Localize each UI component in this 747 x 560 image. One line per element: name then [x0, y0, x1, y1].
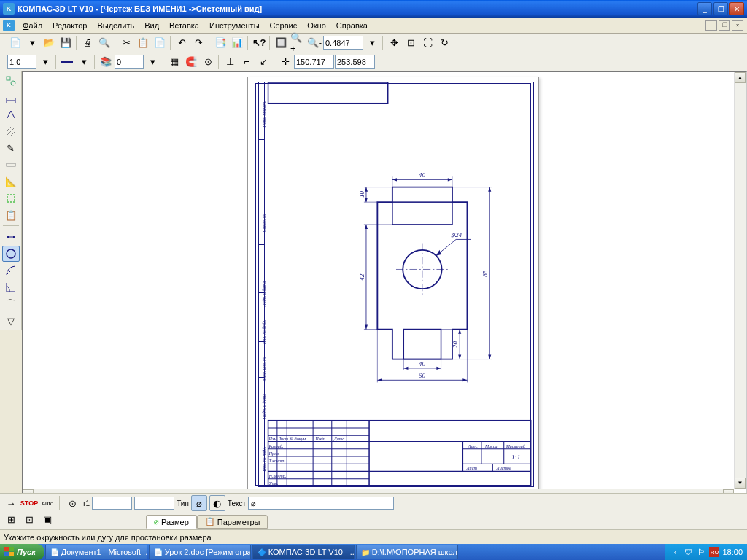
- taskbar-item-1[interactable]: 📄Документ1 - Microsoft ...: [45, 545, 147, 559]
- ortho-button[interactable]: ⊥: [222, 54, 238, 70]
- refresh-button[interactable]: ↻: [436, 35, 452, 51]
- bp-btn1[interactable]: ⊞: [3, 511, 19, 527]
- bp-btn3[interactable]: ▣: [39, 511, 55, 527]
- new-button[interactable]: 📄: [7, 35, 23, 51]
- menu-help[interactable]: Справка: [331, 20, 373, 31]
- print-button[interactable]: 🖨: [80, 35, 96, 51]
- height-dim-tool[interactable]: ▽: [2, 313, 20, 329]
- param-tool[interactable]: [2, 157, 20, 173]
- radial-dim-tool[interactable]: [2, 262, 20, 279]
- stop-button[interactable]: STOP: [21, 495, 37, 511]
- redo-button[interactable]: ↷: [190, 35, 206, 51]
- menu-view[interactable]: Вид: [139, 20, 164, 31]
- snap-magnet-button[interactable]: 🧲: [183, 54, 199, 70]
- drawing-page: Перв. примен. Справ. № Подп. и дата Инв.…: [247, 77, 539, 492]
- symbols-tool[interactable]: [2, 106, 20, 122]
- tray-lang-icon[interactable]: RU: [709, 547, 719, 557]
- zoom-fit-button[interactable]: ⛶: [419, 35, 436, 51]
- select-tool[interactable]: [2, 190, 20, 206]
- text-input[interactable]: [248, 497, 394, 510]
- tab-razmer[interactable]: ⌀Размер: [146, 515, 197, 529]
- linestyle-dropdown[interactable]: ▾: [76, 54, 92, 70]
- t1-y-input[interactable]: [134, 497, 174, 510]
- geometry-tool[interactable]: [2, 73, 20, 89]
- doc-restore-button[interactable]: ❐: [719, 20, 730, 31]
- spec-tool[interactable]: 📋: [2, 207, 20, 223]
- svg-marker-13: [13, 236, 15, 238]
- hatch-tool[interactable]: [2, 123, 20, 139]
- type-radius-button[interactable]: ◐: [209, 495, 225, 511]
- svg-text:Лист: Лист: [465, 466, 477, 470]
- scale-dropdown[interactable]: ▾: [37, 54, 53, 70]
- snap-end-button[interactable]: ⊙: [200, 54, 216, 70]
- vertical-scrollbar[interactable]: ▲ ▼: [734, 72, 746, 489]
- taskbar-item-2[interactable]: 📄Урок 2.doc [Режим огра...: [149, 545, 251, 559]
- tab-parametry[interactable]: 📋Параметры: [197, 515, 268, 529]
- angular-dim-tool[interactable]: [2, 279, 20, 295]
- svg-text:Лист: Лист: [277, 437, 289, 441]
- menu-tools[interactable]: Инструменты: [204, 20, 265, 31]
- cursor-arrow-button[interactable]: ↖?: [251, 35, 267, 51]
- open-button[interactable]: 📂: [41, 35, 57, 51]
- local-cs-button[interactable]: ↙: [255, 54, 271, 70]
- zoom-in-button[interactable]: 🔍+: [290, 35, 306, 51]
- paste-button[interactable]: 📄: [152, 35, 168, 51]
- tray-shield-icon[interactable]: 🛡: [683, 547, 693, 557]
- zoom-window-button[interactable]: 🔲: [273, 35, 289, 51]
- start-button[interactable]: Пуск: [0, 544, 44, 560]
- menu-window[interactable]: Окно: [302, 20, 331, 31]
- linear-dim-tool[interactable]: [2, 229, 20, 245]
- tray-flag-icon[interactable]: 🏳: [696, 547, 706, 557]
- drawing-canvas[interactable]: Перв. примен. Справ. № Подп. и дата Инв.…: [22, 71, 747, 502]
- menu-edit[interactable]: Редактор: [47, 20, 92, 31]
- zoom-prev-button[interactable]: ⊡: [403, 35, 419, 51]
- layers-button[interactable]: 📚: [98, 54, 114, 70]
- minimize-button[interactable]: _: [697, 2, 712, 15]
- taskbar-item-4[interactable]: 📁D:\I.M\ОПОРНАЯ школа...: [356, 545, 458, 559]
- scale-input[interactable]: [7, 55, 36, 69]
- auto-button[interactable]: Auto: [39, 495, 55, 511]
- close-button[interactable]: ✕: [729, 2, 744, 15]
- menu-service[interactable]: Сервис: [265, 20, 303, 31]
- edit-tool[interactable]: ✎: [2, 140, 20, 156]
- pan-button[interactable]: ✥: [386, 35, 402, 51]
- doc-minimize-button[interactable]: -: [705, 20, 717, 31]
- doc-close-button[interactable]: ×: [732, 20, 743, 31]
- coord-button[interactable]: ✛: [277, 54, 293, 70]
- system-tray[interactable]: ‹ 🛡 🏳 RU 18:00: [665, 544, 747, 560]
- layer-input[interactable]: [115, 55, 144, 69]
- coord-x-input[interactable]: [294, 55, 334, 69]
- menu-file[interactable]: Файл: [18, 20, 47, 31]
- menu-insert[interactable]: Вставка: [164, 20, 204, 31]
- zoom-value-input[interactable]: [323, 36, 363, 50]
- menu-select[interactable]: Выделить: [92, 20, 139, 31]
- taskbar-item-3[interactable]: 🔷КОМПАС-3D LT V10 - ...: [252, 545, 355, 559]
- type-diameter-button[interactable]: ⌀: [191, 495, 207, 511]
- variables-button[interactable]: 📊: [229, 35, 245, 51]
- layer-dropdown[interactable]: ▾: [144, 54, 160, 70]
- round-button[interactable]: ⌐: [239, 54, 255, 70]
- bp-btn2[interactable]: ⊡: [21, 511, 37, 527]
- diameter-dim-tool[interactable]: [2, 246, 20, 262]
- properties-button[interactable]: 📑: [212, 35, 228, 51]
- snap-grid-button[interactable]: ▦: [166, 54, 182, 70]
- apply-button[interactable]: →: [3, 495, 19, 511]
- linestyle-button[interactable]: [59, 54, 75, 70]
- menu-bar: K Файл Редактор Выделить Вид Вставка Инс…: [0, 18, 747, 34]
- save-button[interactable]: 💾: [58, 35, 74, 51]
- new-dropdown[interactable]: ▾: [24, 35, 40, 51]
- preview-button[interactable]: 🔍: [96, 35, 112, 51]
- arc-dim-tool[interactable]: ⌒: [2, 296, 20, 312]
- undo-button[interactable]: ↶: [174, 35, 190, 51]
- dimensions-tool[interactable]: [2, 90, 20, 106]
- zoom-out-button[interactable]: 🔍-: [306, 35, 322, 51]
- t1-x-input[interactable]: [92, 497, 132, 510]
- copy-button[interactable]: 📋: [135, 35, 151, 51]
- cut-button[interactable]: ✂: [118, 35, 134, 51]
- measure-tool[interactable]: 📐: [2, 174, 20, 190]
- restore-button[interactable]: ❐: [713, 2, 728, 15]
- coord-y-input[interactable]: [335, 55, 375, 69]
- zoom-dropdown[interactable]: ▾: [364, 35, 380, 51]
- svg-text:40: 40: [419, 171, 426, 179]
- tray-expand-icon[interactable]: ‹: [670, 547, 680, 557]
